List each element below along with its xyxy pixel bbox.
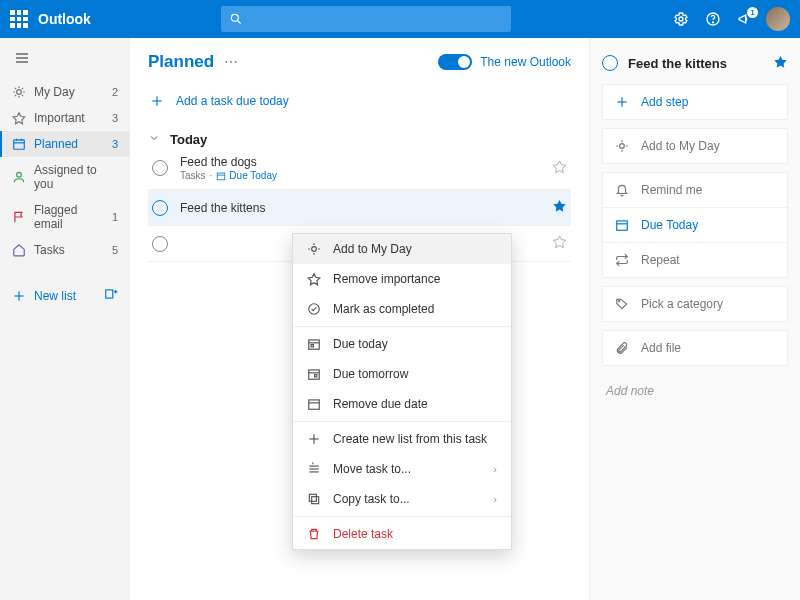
ctx-due-today[interactable]: Due today: [293, 329, 511, 359]
svg-line-13: [15, 88, 16, 89]
app-launcher-icon[interactable]: [10, 10, 28, 28]
svg-rect-44: [311, 345, 313, 347]
ctx-remove-importance[interactable]: Remove importance: [293, 264, 511, 294]
ctx-create-list[interactable]: Create new list from this task: [293, 424, 511, 454]
sidebar-item-flagged[interactable]: Flagged email 1: [0, 197, 130, 237]
search-icon: [229, 12, 243, 26]
detail-title: Feed the kittens: [628, 56, 763, 71]
ctx-add-to-myday[interactable]: Add to My Day: [293, 234, 511, 264]
pick-category-button[interactable]: Pick a category: [603, 287, 787, 321]
sidebar: My Day 2 Important 3 Planned 3 Assigned …: [0, 38, 130, 600]
svg-point-41: [309, 304, 320, 315]
plus-icon: [150, 94, 164, 108]
due-date-button[interactable]: Due Today: [603, 207, 787, 242]
plus-icon: [12, 289, 26, 303]
svg-rect-47: [315, 375, 317, 377]
ctx-mark-completed[interactable]: Mark as completed: [293, 294, 511, 324]
app-header: Outlook 1: [0, 0, 800, 38]
calendar-icon: [216, 171, 226, 181]
section-title: Today: [170, 132, 207, 147]
calendar-icon: [12, 137, 26, 151]
svg-rect-65: [617, 221, 628, 230]
task-star-button[interactable]: [552, 234, 567, 253]
notifications-button[interactable]: 1: [734, 11, 756, 27]
help-button[interactable]: [702, 11, 724, 27]
svg-point-2: [679, 17, 683, 21]
hamburger-button[interactable]: [0, 50, 130, 79]
svg-rect-56: [309, 494, 316, 501]
svg-point-4: [712, 22, 713, 23]
svg-marker-57: [774, 56, 787, 68]
sidebar-item-assigned[interactable]: Assigned to you: [0, 157, 130, 197]
plus-icon: [307, 432, 321, 446]
new-group-button[interactable]: [104, 287, 118, 304]
flag-icon: [12, 210, 26, 224]
ctx-remove-due[interactable]: Remove due date: [293, 389, 511, 419]
svg-marker-17: [13, 113, 25, 124]
sidebar-item-label: Important: [34, 111, 104, 125]
brand-label: Outlook: [38, 11, 91, 27]
home-icon: [12, 243, 26, 257]
star-filled-icon: [552, 198, 567, 213]
ctx-copy-task[interactable]: Copy task to...›: [293, 484, 511, 514]
svg-point-8: [17, 90, 22, 95]
sun-icon: [615, 139, 629, 153]
svg-rect-48: [309, 400, 320, 409]
svg-marker-32: [553, 160, 566, 172]
avatar[interactable]: [766, 7, 790, 31]
detail-task-checkbox[interactable]: [602, 55, 618, 71]
copy-icon: [307, 492, 321, 506]
task-title: Feed the dogs: [180, 155, 540, 169]
add-file-button[interactable]: Add file: [603, 331, 787, 365]
star-icon: [12, 111, 26, 125]
sidebar-item-count: 2: [112, 86, 118, 98]
trash-icon: [307, 527, 321, 541]
bell-icon: [615, 183, 629, 197]
svg-point-67: [619, 301, 620, 302]
paperclip-icon: [615, 341, 629, 355]
task-checkbox[interactable]: [152, 200, 168, 216]
svg-rect-18: [14, 140, 25, 149]
add-step-button[interactable]: Add step: [603, 85, 787, 119]
ctx-move-task[interactable]: Move task to...›: [293, 454, 511, 484]
ctx-delete-task[interactable]: Delete task: [293, 519, 511, 549]
toggle-label: The new Outlook: [480, 55, 571, 69]
settings-button[interactable]: [670, 11, 692, 27]
task-star-button[interactable]: [552, 198, 567, 217]
sidebar-item-count: 1: [112, 211, 118, 223]
sidebar-item-planned[interactable]: Planned 3: [0, 131, 130, 157]
plus-icon: [615, 95, 629, 109]
task-row[interactable]: Feed the dogs Tasks · Due Today: [148, 147, 571, 190]
section-collapse-button[interactable]: [148, 132, 160, 147]
move-icon: [307, 462, 321, 476]
ctx-due-tomorrow[interactable]: Due tomorrow: [293, 359, 511, 389]
svg-point-22: [17, 172, 22, 177]
task-star-button[interactable]: [552, 159, 567, 178]
context-menu: Add to My Day Remove importance Mark as …: [292, 233, 512, 550]
add-task-button[interactable]: Add a task due today: [148, 90, 571, 112]
sidebar-item-myday[interactable]: My Day 2: [0, 79, 130, 105]
search-input[interactable]: [221, 6, 511, 32]
more-options-button[interactable]: ⋯: [224, 54, 238, 70]
chevron-down-icon: [148, 132, 160, 144]
task-checkbox[interactable]: [152, 236, 168, 252]
chevron-right-icon: ›: [493, 463, 497, 475]
sun-icon: [12, 85, 26, 99]
new-outlook-toggle[interactable]: [438, 54, 472, 70]
detail-star-button[interactable]: [773, 54, 788, 72]
calendar-today-icon: [307, 337, 321, 351]
add-to-myday-button[interactable]: Add to My Day: [603, 129, 787, 163]
task-checkbox[interactable]: [152, 160, 168, 176]
repeat-button[interactable]: Repeat: [603, 242, 787, 277]
sidebar-item-important[interactable]: Important 3: [0, 105, 130, 131]
sidebar-item-tasks[interactable]: Tasks 5: [0, 237, 130, 263]
remind-me-button[interactable]: Remind me: [603, 173, 787, 207]
new-list-button[interactable]: New list: [0, 281, 130, 310]
sidebar-item-count: 5: [112, 244, 118, 256]
add-note-input[interactable]: Add note: [602, 374, 788, 408]
sidebar-item-label: Flagged email: [34, 203, 104, 231]
sun-icon: [307, 242, 321, 256]
task-row[interactable]: Feed the kittens: [148, 190, 571, 226]
calendar-icon: [615, 218, 629, 232]
svg-marker-40: [308, 274, 320, 285]
